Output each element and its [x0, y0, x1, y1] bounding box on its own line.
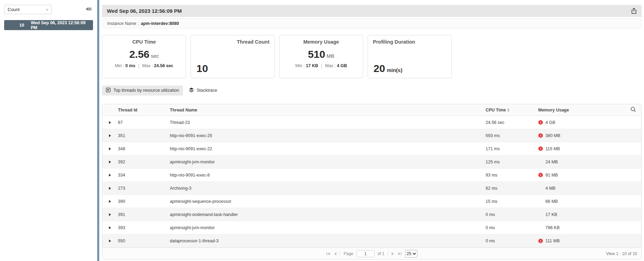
cell-thread-id: 392: [118, 160, 170, 164]
cell-memory-usage: 796 KB: [545, 225, 560, 230]
cell-thread-name: http-nio-9091-exec-25: [170, 133, 486, 138]
page-number-input[interactable]: [357, 250, 375, 257]
cell-memory-usage: 4 GB: [545, 120, 555, 125]
cell-thread-id: 390: [118, 199, 170, 204]
snapshot-sidebar: Count ˅ 10 Wed Sep 06, 2023 12:56:09 PM: [0, 0, 97, 261]
cell-thread-id: 550: [118, 238, 170, 243]
cell-thread-name: Thread-23: [170, 120, 486, 125]
threads-table-header: Thread Id Thread Name CPU Time Memory Us…: [102, 104, 641, 116]
share-button[interactable]: [631, 8, 637, 14]
profiling-duration-unit: min(s): [387, 67, 402, 73]
row-expand-icon[interactable]: [109, 161, 111, 163]
instance-name-value: apm-interdev:8080: [141, 21, 179, 26]
col-memory-usage: Memory Usage: [538, 108, 625, 112]
cell-thread-id: 351: [118, 133, 170, 138]
cell-cpu-time: 0 ms: [486, 212, 538, 217]
next-page-icon[interactable]: [391, 252, 395, 256]
cell-thread-id: 393: [118, 225, 170, 230]
collapse-sidebar-icon: [85, 6, 92, 14]
memory-usage-value: 510: [308, 48, 325, 60]
row-expand-icon[interactable]: [109, 174, 111, 177]
table-row[interactable]: 392 apminsight-jvm-monitor 125 ms !24 MB: [102, 155, 641, 169]
row-expand-icon[interactable]: [109, 134, 111, 137]
table-row[interactable]: 550 dataprocessor-1-thread-3 0 ms !111 M…: [102, 234, 641, 248]
page-of-label: of 1: [378, 251, 385, 256]
memory-usage-card-title: Memory Usage: [284, 39, 358, 45]
cell-cpu-time: 0 ms: [486, 238, 538, 243]
main-content: Wed Sep 06, 2023 12:56:09 PM Instance Na…: [99, 0, 644, 261]
cpu-time-card-title: CPU Time: [107, 39, 181, 45]
threads-table-body: 67 Thread-23 24.56 sec !4 GB 351 http-ni…: [102, 116, 641, 248]
cell-cpu-time: 15 ms: [486, 199, 538, 204]
cell-thread-name: apminsight-jvm-monitor: [170, 225, 486, 230]
memory-alert-icon: !: [538, 133, 543, 138]
table-row[interactable]: 67 Thread-23 24.56 sec !4 GB: [102, 116, 641, 129]
cell-memory-usage: 17 KB: [545, 212, 557, 217]
prev-page-icon[interactable]: [333, 252, 337, 256]
instance-name-label: Instance Name :: [107, 21, 139, 26]
cell-thread-name: http-nio-9091-exec-8: [170, 173, 486, 178]
thread-count-card: Thread Count 10: [191, 35, 275, 78]
col-cpu-time[interactable]: CPU Time: [486, 108, 538, 112]
cell-thread-name: apminsight-ondemand-task-handler: [170, 212, 486, 217]
cell-memory-usage: 91 MB: [545, 173, 558, 178]
cell-cpu-time: 125 ms: [486, 160, 538, 164]
view-tabs: Top threads by resource utilization Stac…: [102, 85, 642, 96]
cell-cpu-time: 593 ms: [486, 133, 538, 138]
table-row[interactable]: 351 http-nio-9091-exec-25 593 ms !380 MB: [102, 129, 641, 142]
snapshot-list-item[interactable]: 10 Wed Sep 06, 2023 12:56:09 PM: [4, 20, 93, 30]
table-footer: Page of 1 25 View 1 - 10 of 10: [102, 248, 641, 259]
page-size-select[interactable]: 25: [405, 250, 417, 258]
cell-cpu-time: 0 ms: [486, 225, 538, 230]
profiling-duration-card-title: Profiling Duration: [373, 39, 447, 45]
row-expand-icon[interactable]: [109, 187, 111, 190]
pagination: Page of 1 25: [326, 250, 417, 258]
summary-list-icon: [106, 88, 111, 93]
search-icon: [631, 107, 636, 113]
chevron-down-icon: ˅: [46, 8, 48, 12]
pager-separator: [388, 251, 388, 256]
cell-memory-usage: 115 MB: [545, 146, 560, 151]
memory-alert-icon: !: [538, 238, 543, 243]
cpu-time-unit: sec: [151, 53, 159, 59]
cell-memory-usage: 66 MB: [545, 199, 558, 204]
cpu-time-card: CPU Time 2.56sec Min : 0 ms | Max : 24.5…: [102, 35, 186, 78]
row-expand-icon[interactable]: [109, 147, 111, 150]
profiling-duration-value: 20: [374, 63, 385, 74]
cell-cpu-time: 171 ms: [486, 146, 538, 151]
metric-cards: CPU Time 2.56sec Min : 0 ms | Max : 24.5…: [102, 35, 642, 78]
table-row[interactable]: 273 Archiving-3 62 ms !4 MB: [102, 182, 641, 195]
table-row[interactable]: 348 http-nio-9091-exec-22 171 ms !115 MB: [102, 142, 641, 155]
last-page-icon[interactable]: [398, 252, 402, 256]
collapse-sidebar-button[interactable]: [85, 6, 92, 14]
view-range-label: View 1 - 10 of 10: [606, 251, 637, 256]
row-expand-icon[interactable]: [109, 121, 111, 124]
page-title: Wed Sep 06, 2023 12:56:09 PM: [107, 8, 182, 14]
row-expand-icon[interactable]: [109, 213, 111, 216]
page-header: Wed Sep 06, 2023 12:56:09 PM: [102, 5, 642, 17]
cell-memory-usage: 4 MB: [545, 186, 555, 191]
tab-top-threads[interactable]: Top threads by resource utilization: [102, 86, 183, 96]
memory-usage-card: Memory Usage 510MB Min : 17 KB | Max : 4…: [279, 35, 363, 78]
table-row[interactable]: 390 apminsight-sequence-processor 15 ms …: [102, 195, 641, 208]
page-label: Page: [343, 251, 353, 256]
memory-alert-icon: !: [538, 120, 543, 125]
row-expand-icon[interactable]: [109, 226, 111, 229]
tab-stacktrace-label: Stacktrace: [197, 88, 217, 93]
table-row[interactable]: 334 http-nio-9091-exec-8 93 ms !91 MB: [102, 169, 641, 182]
cell-thread-id: 334: [118, 173, 170, 178]
thread-count-card-title: Thread Count: [196, 39, 269, 45]
cell-memory-usage: 24 MB: [545, 160, 558, 164]
row-expand-icon[interactable]: [109, 240, 111, 242]
table-row[interactable]: 391 apminsight-ondemand-task-handler 0 m…: [102, 208, 641, 221]
cell-cpu-time: 62 ms: [486, 186, 538, 191]
first-page-icon[interactable]: [326, 252, 330, 256]
table-search-button[interactable]: [625, 107, 641, 113]
cell-thread-id: 391: [118, 212, 170, 217]
metric-dropdown[interactable]: Count ˅: [4, 5, 52, 14]
cell-thread-name: dataprocessor-1-thread-3: [170, 238, 486, 243]
table-row[interactable]: 393 apminsight-jvm-monitor 0 ms !796 KB: [102, 221, 641, 234]
tab-stacktrace[interactable]: Stacktrace: [185, 85, 221, 96]
memory-max-value: 4 GB: [337, 63, 347, 68]
row-expand-icon[interactable]: [109, 200, 111, 203]
